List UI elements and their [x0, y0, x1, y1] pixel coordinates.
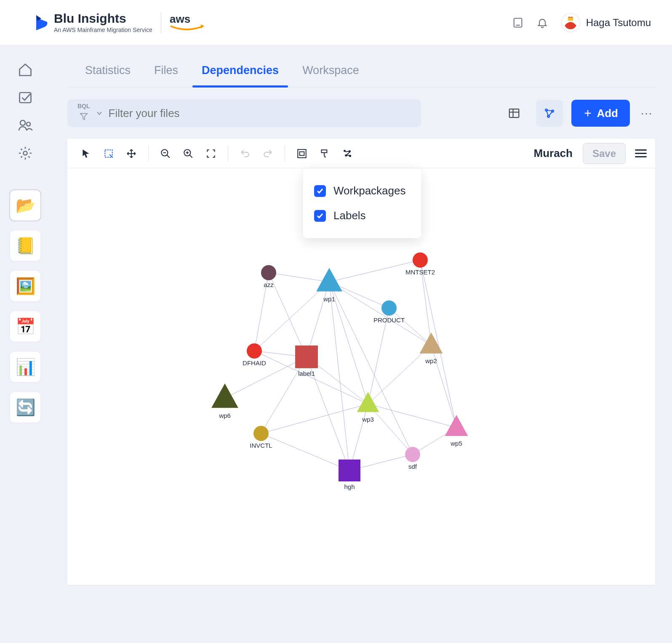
rail-tile-folder[interactable]: 📂 — [10, 190, 40, 221]
svg-point-79 — [253, 426, 269, 441]
popup-label: Labels — [333, 209, 366, 222]
layers-popup: Workpackages Labels — [303, 168, 421, 238]
avatar — [561, 13, 580, 32]
paint-button[interactable] — [315, 143, 335, 164]
tab-workspace[interactable]: Workspace — [302, 58, 359, 87]
tabs: Statistics Files Dependencies Workspace — [67, 58, 655, 88]
brand-area: Blu Insights An AWS Mainframe Migration … — [35, 12, 204, 33]
svg-text:PRODUCT: PRODUCT — [373, 316, 405, 324]
rail-tile-sync[interactable]: 🔄 — [10, 392, 40, 422]
tab-files[interactable]: Files — [154, 58, 178, 87]
checkbox-workpackages[interactable] — [314, 185, 326, 197]
filter-icon — [79, 112, 88, 121]
svg-rect-1 — [514, 18, 522, 27]
aws-logo-icon: aws — [170, 13, 204, 33]
svg-rect-71 — [295, 345, 318, 368]
svg-line-40 — [329, 282, 349, 470]
filter-input-wrap[interactable]: BQL — [67, 99, 421, 127]
move-tool[interactable] — [121, 143, 141, 164]
svg-point-27 — [344, 150, 345, 151]
svg-text:azz: azz — [264, 281, 273, 288]
graph-title: Murach — [533, 147, 572, 160]
svg-line-45 — [389, 308, 431, 345]
svg-point-28 — [349, 150, 350, 151]
svg-line-58 — [261, 433, 349, 470]
rail-tile-calendar[interactable]: 📅 — [10, 311, 40, 342]
svg-text:wp2: wp2 — [425, 357, 437, 364]
group-button[interactable] — [292, 143, 312, 164]
svg-point-65 — [413, 252, 428, 268]
add-button[interactable]: Add — [571, 100, 630, 127]
svg-text:aws: aws — [170, 13, 190, 25]
svg-line-54 — [261, 404, 368, 433]
more-menu-button[interactable]: ⋯ — [638, 106, 655, 120]
gear-icon[interactable] — [18, 146, 33, 161]
svg-point-69 — [247, 343, 262, 359]
svg-line-22 — [189, 155, 192, 158]
svg-marker-75 — [211, 383, 238, 408]
redo-button[interactable] — [258, 143, 278, 164]
brand-logo-icon — [35, 14, 49, 31]
bell-icon[interactable] — [536, 17, 548, 29]
svg-text:hgh: hgh — [344, 483, 355, 490]
book-icon[interactable] — [512, 17, 524, 29]
user-menu[interactable]: Haga Tsutomu — [561, 13, 651, 32]
checkbox-labels[interactable] — [314, 210, 326, 222]
svg-line-41 — [254, 282, 329, 351]
svg-point-61 — [261, 265, 276, 280]
bql-chip: BQL — [77, 103, 90, 109]
user-name: Haga Tsutomu — [586, 17, 651, 29]
caret-down-icon[interactable] — [96, 110, 103, 117]
plus-icon — [583, 109, 592, 118]
svg-marker-73 — [420, 332, 443, 353]
svg-rect-5 — [20, 93, 31, 103]
home-icon[interactable] — [18, 62, 33, 77]
table-view-button[interactable] — [501, 100, 528, 127]
zoom-out-button[interactable] — [155, 143, 176, 164]
svg-point-83 — [405, 447, 420, 462]
rail-tile-chart[interactable]: 📊 — [10, 352, 40, 382]
save-button[interactable]: Save — [583, 143, 626, 164]
svg-rect-26 — [300, 151, 304, 155]
svg-rect-9 — [509, 109, 519, 117]
svg-rect-25 — [298, 149, 306, 158]
brand[interactable]: Blu Insights An AWS Mainframe Migration … — [35, 12, 152, 33]
popup-row-workpackages[interactable]: Workpackages — [314, 178, 410, 203]
scatter-button[interactable] — [337, 143, 357, 164]
popup-label: Workpackages — [333, 184, 406, 197]
popup-row-labels[interactable]: Labels — [314, 203, 410, 228]
main: Statistics Files Dependencies Workspace … — [51, 45, 672, 643]
svg-text:MNTSET2: MNTSET2 — [405, 268, 435, 276]
svg-text:wp3: wp3 — [362, 416, 374, 423]
svg-text:INVCTL: INVCTL — [250, 442, 272, 449]
svg-text:label1: label1 — [298, 370, 315, 377]
brand-title: Blu Insights — [54, 12, 152, 25]
svg-marker-77 — [357, 392, 379, 412]
check-icon[interactable] — [18, 90, 33, 105]
divider — [161, 12, 161, 33]
svg-line-31 — [269, 273, 329, 282]
tab-dependencies[interactable]: Dependencies — [202, 58, 279, 87]
hamburger-icon[interactable] — [635, 149, 647, 157]
tab-statistics[interactable]: Statistics — [85, 58, 131, 87]
fit-screen-button[interactable] — [201, 143, 221, 164]
lasso-tool[interactable] — [99, 143, 119, 164]
svg-point-6 — [20, 120, 25, 125]
filter-input[interactable] — [109, 107, 411, 120]
graph-panel: Murach Save Workpackages Labels azzwp1MN… — [67, 139, 655, 585]
pointer-tool[interactable] — [76, 143, 96, 164]
svg-line-57 — [368, 404, 456, 428]
topbar: Blu Insights An AWS Mainframe Migration … — [0, 0, 672, 45]
users-icon[interactable] — [18, 118, 33, 133]
graph-view-button[interactable] — [536, 100, 563, 127]
brand-subtitle: An AWS Mainframe Migration Service — [54, 27, 152, 33]
svg-point-67 — [381, 300, 397, 316]
rail-tile-notes[interactable]: 📒 — [10, 231, 40, 261]
svg-point-8 — [24, 151, 27, 155]
left-rail: 📂 📒 🖼️ 📅 📊 🔄 — [0, 45, 51, 643]
rail-tiles: 📂 📒 🖼️ 📅 📊 🔄 — [10, 190, 40, 422]
zoom-in-button[interactable] — [178, 143, 198, 164]
rail-tile-image[interactable]: 🖼️ — [10, 271, 40, 301]
undo-button[interactable] — [235, 143, 255, 164]
svg-text:DFHAID: DFHAID — [243, 359, 266, 367]
